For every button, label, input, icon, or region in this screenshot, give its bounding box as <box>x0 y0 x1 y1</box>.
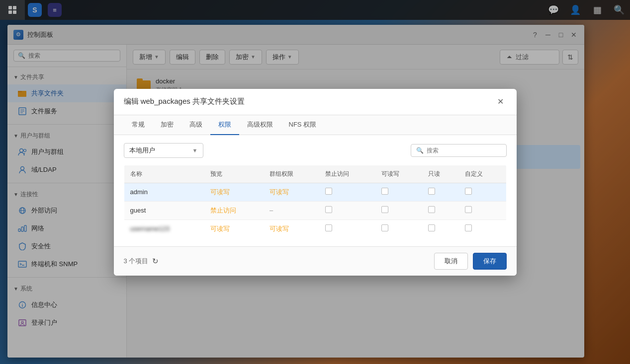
permission-toolbar: 本地用户 ▼ 🔍 <box>124 143 507 158</box>
tab-nfs-permissions-label: NFS 权限 <box>289 121 317 128</box>
col-header-custom: 自定义 <box>459 165 506 183</box>
cell-name-admin: admin <box>124 183 204 201</box>
save-button[interactable]: 保存 <box>473 253 507 270</box>
cell-read-write-guest[interactable] <box>375 201 422 219</box>
col-header-group-perm: 群组权限 <box>264 165 319 183</box>
cell-preview-hidden-user: 可读写 <box>204 219 264 238</box>
cell-read-only-guest[interactable] <box>422 201 459 219</box>
dialog-overlay: 编辑 web_packages 共享文件夹设置 ✕ 常规 加密 高级 权限 高级… <box>0 0 630 364</box>
cell-custom-guest[interactable] <box>459 201 506 219</box>
checkbox-no-access-admin[interactable] <box>325 188 332 195</box>
checkbox-read-only-guest[interactable] <box>428 206 435 213</box>
checkbox-no-access-guest[interactable] <box>325 206 332 213</box>
group-perm-status-hidden-user: 可读写 <box>270 225 289 232</box>
user-type-label: 本地用户 <box>129 146 155 155</box>
tab-advanced-label: 高级 <box>189 121 202 128</box>
col-header-read-write: 可读写 <box>375 165 422 183</box>
tab-permissions[interactable]: 权限 <box>210 115 239 135</box>
cell-read-write-hidden-user[interactable] <box>375 219 422 238</box>
col-header-preview: 预览 <box>204 165 264 183</box>
footer-left: 3 个项目 ↻ <box>124 257 159 266</box>
tab-permissions-label: 权限 <box>218 121 231 128</box>
checkbox-read-only-hidden-user[interactable] <box>428 224 435 231</box>
checkbox-custom-admin[interactable] <box>465 188 472 195</box>
refresh-icon[interactable]: ↻ <box>152 257 159 266</box>
cell-no-access-hidden-user[interactable] <box>319 219 375 238</box>
perm-search-icon: 🔍 <box>416 147 424 154</box>
group-perm-status-guest: – <box>270 207 273 214</box>
col-header-read-only: 只读 <box>422 165 459 183</box>
footer-right: 取消 保存 <box>434 253 507 270</box>
table-row-admin: admin 可读写 可读写 <box>124 183 506 201</box>
perm-search-input[interactable] <box>427 147 501 154</box>
tab-advanced-permissions[interactable]: 高级权限 <box>239 115 281 135</box>
permission-search[interactable]: 🔍 <box>411 144 507 157</box>
dialog-tabs: 常规 加密 高级 权限 高级权限 NFS 权限 <box>114 115 517 135</box>
dialog-content: 本地用户 ▼ 🔍 名称 预览 群组权限 禁止访问 可读写 <box>114 135 517 246</box>
tab-general[interactable]: 常规 <box>124 115 153 135</box>
table-row-guest: guest 禁止访问 – <box>124 201 506 219</box>
preview-status-hidden-user: 可读写 <box>210 225 230 232</box>
tab-advanced[interactable]: 高级 <box>181 115 210 135</box>
dialog-title: 编辑 web_packages 共享文件夹设置 <box>124 97 245 106</box>
col-header-no-access: 禁止访问 <box>319 165 375 183</box>
cancel-button[interactable]: 取消 <box>434 253 468 270</box>
checkbox-read-write-guest[interactable] <box>381 206 388 213</box>
user-type-arrow-icon: ▼ <box>192 147 198 153</box>
cell-preview-admin: 可读写 <box>204 183 264 201</box>
table-row-hidden-user: username123 可读写 可读写 <box>124 219 506 238</box>
preview-status-admin: 可读写 <box>210 188 230 196</box>
user-type-select[interactable]: 本地用户 ▼ <box>124 143 203 158</box>
table-header-row: 名称 预览 群组权限 禁止访问 可读写 只读 自定义 <box>124 165 506 183</box>
checkbox-read-write-admin[interactable] <box>381 188 388 195</box>
cell-group-perm-admin: 可读写 <box>264 183 319 201</box>
cell-group-perm-guest: – <box>264 201 319 219</box>
checkbox-custom-guest[interactable] <box>465 206 472 213</box>
cell-preview-guest: 禁止访问 <box>204 201 264 219</box>
tab-advanced-permissions-label: 高级权限 <box>247 121 273 128</box>
permission-table: 名称 预览 群组权限 禁止访问 可读写 只读 自定义 admin 可读写 <box>124 165 507 238</box>
cell-no-access-admin[interactable] <box>319 183 375 201</box>
group-perm-status-admin: 可读写 <box>270 188 289 196</box>
cell-name-guest: guest <box>124 201 204 219</box>
tab-encrypt[interactable]: 加密 <box>153 115 181 135</box>
dialog-close-button[interactable]: ✕ <box>495 96 507 108</box>
cell-name-hidden-user: username123 <box>124 219 204 238</box>
cell-read-only-admin[interactable] <box>422 183 459 201</box>
cell-custom-hidden-user[interactable] <box>459 219 506 238</box>
tab-encrypt-label: 加密 <box>161 121 174 128</box>
tab-nfs-permissions[interactable]: NFS 权限 <box>281 115 325 135</box>
dialog-header: 编辑 web_packages 共享文件夹设置 ✕ <box>114 89 517 115</box>
col-header-name: 名称 <box>124 165 204 183</box>
cell-group-perm-hidden-user: 可读写 <box>264 219 319 238</box>
checkbox-no-access-hidden-user[interactable] <box>325 224 332 231</box>
tab-general-label: 常规 <box>132 121 145 128</box>
checkbox-read-only-admin[interactable] <box>428 188 435 195</box>
hidden-username: username123 <box>130 225 170 232</box>
edit-dialog: 编辑 web_packages 共享文件夹设置 ✕ 常规 加密 高级 权限 高级… <box>114 89 517 276</box>
item-count-label: 3 个项目 <box>124 257 149 266</box>
cell-custom-admin[interactable] <box>459 183 506 201</box>
checkbox-read-write-hidden-user[interactable] <box>381 224 388 231</box>
dialog-footer: 3 个项目 ↻ 取消 保存 <box>114 246 517 276</box>
cell-read-only-hidden-user[interactable] <box>422 219 459 238</box>
preview-status-guest: 禁止访问 <box>210 207 236 214</box>
checkbox-custom-hidden-user[interactable] <box>465 224 472 231</box>
cell-read-write-admin[interactable] <box>375 183 422 201</box>
cell-no-access-guest[interactable] <box>319 201 375 219</box>
